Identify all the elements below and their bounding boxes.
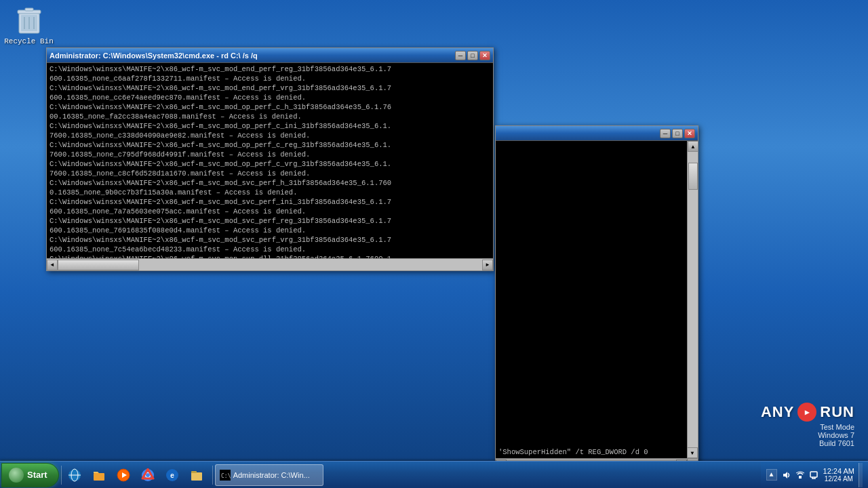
titlebar-buttons: ─ □ ✕	[455, 51, 490, 60]
horizontal-scrollbar-1[interactable]: ◄ ►	[47, 258, 493, 270]
anyrun-any-text: ANY	[761, 403, 794, 421]
recycle-bin-icon[interactable]: Recycle Bin	[3, 3, 54, 45]
cmd-line-1: C:\Windows\winsxs\MANIFE~2\x86_wcf-m_svc…	[50, 64, 481, 74]
cmd-window-2-titlebar[interactable]: ─ □ ✕	[496, 126, 698, 141]
cmd-line-6: 00.16385_none_fa2cc38a4eac7088.manifest …	[50, 112, 481, 121]
maximize-button[interactable]: □	[467, 51, 478, 60]
scroll-right-arrow[interactable]: ►	[482, 260, 493, 270]
cmd-line-21: C:\Windows\winsxs\MANIFE~2\x86_wcf-m_svc…	[50, 254, 481, 258]
action-center-icon[interactable]	[808, 470, 819, 481]
cmd-output-1: C:\Windows\winsxs\MANIFE~2\x86_wcf-m_svc…	[47, 63, 493, 258]
anyrun-play-icon: ▶	[797, 403, 816, 422]
cmd-output-2: 'ShowSuperHidden" /t REG_DWORD /d 0	[496, 141, 687, 458]
cmd-line-10: 7600.16385_none_c795df968dd4991f.manifes…	[50, 150, 481, 159]
taskbar-cmd-item[interactable]: C:\> Administrator: C:\Win...	[215, 464, 323, 486]
start-button[interactable]: Start	[1, 463, 59, 487]
svg-point-15	[146, 473, 150, 477]
system-clock[interactable]: 12:24 AM 12/24 AM	[823, 467, 854, 483]
cmd-window-1-titlebar[interactable]: Administrator: C:\Windows\System32\cmd.e…	[47, 48, 493, 63]
cmd-line-13: C:\Windows\winsxs\MANIFE~2\x86_wcf-m_svc…	[50, 178, 481, 188]
taskbar-ie2-icon[interactable]: e	[161, 464, 186, 486]
taskbar-explorer-icon[interactable]	[186, 464, 210, 486]
svg-rect-10	[94, 473, 104, 481]
taskbar-media-icon[interactable]	[113, 464, 137, 486]
ql-separator-2	[212, 466, 213, 485]
show-hidden-icon[interactable]: ▲	[766, 469, 777, 481]
scroll-track	[58, 260, 482, 270]
maximize-button-2[interactable]: □	[672, 129, 683, 138]
cmd-line-7: C:\Windows\winsxs\MANIFE~2\x86_wcf-m_svc…	[50, 121, 481, 131]
anyrun-build: Build 7601	[818, 439, 854, 447]
scroll-up-arrow-2[interactable]: ▲	[688, 141, 698, 152]
clock-date: 12/24 AM	[823, 475, 854, 483]
anyrun-sub1: Test Mode Windows 7 Build 7601	[818, 423, 854, 447]
cmd-line-8: 7600.16385_none_c338d04090ae9e82.manifes…	[50, 131, 481, 140]
cmd-line-2: 600.16385_none_c6aaf278f1332711.manifest…	[50, 74, 481, 83]
svg-text:C:\>: C:\>	[221, 473, 231, 479]
cmd-line-18: 600.16385_none_76916835f088e0d4.manifest…	[50, 226, 481, 235]
anyrun-win7: Windows 7	[818, 431, 854, 439]
cmd-line-4: 600.16385_none_cc6e74aeed9ec870.manifest…	[50, 93, 481, 102]
tray-icons	[781, 470, 819, 481]
cmd-line-12: 7600.16385_none_c8cf6d528d1a1670.manifes…	[50, 169, 481, 178]
svg-rect-24	[810, 472, 817, 477]
cmd-taskbar-label: Administrator: C:\Win...	[233, 471, 310, 479]
cmd-line-19: C:\Windows\winsxs\MANIFE~2\x86_wcf-m_svc…	[50, 235, 481, 245]
recycle-bin-label: Recycle Bin	[4, 37, 54, 45]
start-label: Start	[27, 470, 47, 480]
scroll-down-arrow-2[interactable]: ▼	[687, 447, 698, 458]
anyrun-logo: ANY ▶ RUN	[761, 403, 854, 422]
hscroll-thumb[interactable]	[58, 260, 139, 270]
close-button-2[interactable]: ✕	[684, 129, 695, 138]
svg-rect-3	[25, 8, 33, 11]
svg-rect-19	[191, 471, 197, 473]
cmd-line-9: C:\Windows\winsxs\MANIFE~2\x86_wcf-m_svc…	[50, 140, 481, 150]
network-icon[interactable]	[795, 470, 806, 481]
cmd-line-17: C:\Windows\winsxs\MANIFE~2\x86_wcf-m_svc…	[50, 216, 481, 226]
cmd-line-5: C:\Windows\winsxs\MANIFE~2\x86_wcf-m_svc…	[50, 102, 481, 112]
close-button[interactable]: ✕	[479, 51, 490, 60]
taskbar-chrome-icon[interactable]	[137, 464, 161, 486]
vertical-scrollbar-2[interactable]: ▲	[687, 141, 698, 458]
cmd-line-3: C:\Windows\winsxs\MANIFE~2\x86_wcf-m_svc…	[50, 83, 481, 93]
cmd-window-2: ─ □ ✕ ▲ ▼ 'ShowSuperHidden" /t REG_DWORD…	[495, 125, 698, 471]
desktop: Recycle Bin Administrator: C:\Windows\Sy…	[0, 0, 868, 488]
cmd-line-11: C:\Windows\winsxs\MANIFE~2\x86_wcf-m_svc…	[50, 159, 481, 169]
cmd-line-16: 600.16385_none_7a7a5603ee075acc.manifest…	[50, 207, 481, 216]
cmd-line-15: C:\Windows\winsxs\MANIFE~2\x86_wcf-m_svc…	[50, 197, 481, 207]
clock-time: 12:24 AM	[823, 467, 854, 475]
system-tray: ▲	[761, 462, 869, 488]
cmd-line-20: 600.16385_none_7c54ea6becd48233.manifest…	[50, 245, 481, 254]
minimize-button[interactable]: ─	[455, 51, 466, 60]
anyrun-watermark: ANY ▶ RUN Test Mode Windows 7 Build 7601	[761, 403, 854, 447]
svg-marker-22	[783, 472, 787, 479]
taskbar: Start	[0, 461, 868, 488]
anyrun-testmode: Test Mode	[818, 423, 854, 431]
cmd-window-1: Administrator: C:\Windows\System32\cmd.e…	[46, 47, 494, 271]
start-orb	[9, 468, 24, 483]
scroll-left-arrow[interactable]: ◄	[47, 260, 58, 270]
ql-separator	[61, 466, 62, 485]
svg-rect-18	[191, 472, 202, 481]
taskbar-ie-icon[interactable]	[64, 464, 88, 486]
titlebar-buttons-2: ─ □ ✕	[660, 129, 695, 138]
scroll-thumb-2[interactable]	[688, 163, 698, 190]
svg-rect-23	[799, 476, 802, 479]
cmd-line-w2-1: 'ShowSuperHidden" /t REG_DWORD /d 0	[498, 447, 673, 457]
volume-icon[interactable]	[781, 470, 792, 481]
cmd-line-14: 0.16385_none_9b0cc7b3f115a30a.manifest –…	[50, 188, 481, 197]
minimize-button-2[interactable]: ─	[660, 129, 671, 138]
svg-text:e: e	[170, 472, 174, 480]
anyrun-run-text: RUN	[820, 403, 854, 421]
show-desktop-button[interactable]	[859, 463, 863, 487]
cmd-window-1-title: Administrator: C:\Windows\System32\cmd.e…	[50, 52, 455, 60]
taskbar-folder-icon[interactable]	[88, 464, 113, 486]
